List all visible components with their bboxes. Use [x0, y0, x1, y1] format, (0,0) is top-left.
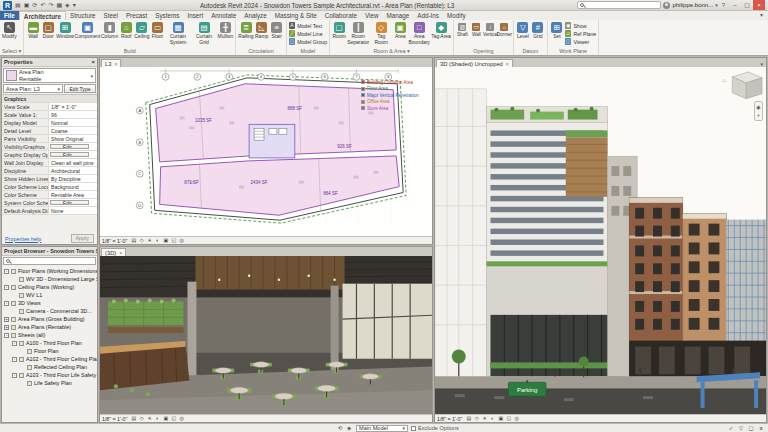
design-options-select[interactable]: Main Model ▾ — [356, 425, 408, 432]
tree-item[interactable]: - A103 - Third Floor Life Safety Plan — [2, 371, 97, 379]
property-row[interactable]: View Scale 1/8" = 1'-0" — [2, 103, 97, 111]
property-row[interactable]: Discipline Architectural — [2, 167, 97, 175]
maximize-button[interactable]: ▢ — [741, 0, 753, 10]
tree-item[interactable]: - 3D Views — [2, 299, 97, 307]
ramp-button[interactable]: ◺Ramp — [255, 21, 269, 40]
curtain-system-button[interactable]: ▦Curtain System — [166, 21, 191, 45]
ribbon-tab[interactable]: Annotate — [207, 11, 240, 20]
steering-wheel-icon[interactable]: ◉ — [756, 103, 760, 111]
ribbon-tab[interactable]: Structure — [66, 11, 100, 20]
shadows-icon[interactable]: ◐ — [489, 415, 496, 422]
instance-selector[interactable]: Area Plan: L3 ▾ — [3, 84, 63, 93]
crop-view-icon[interactable]: ▣ — [162, 237, 169, 244]
ribbon-tab[interactable]: Steel — [100, 11, 122, 20]
tree-item[interactable]: - Floor Plans (Working Dimensions) — [2, 267, 97, 275]
mullion-button[interactable]: ╋Mullion — [218, 21, 234, 40]
ceiling-button[interactable]: ▱Ceiling — [134, 21, 149, 40]
customize-qat-icon[interactable]: ▾ — [72, 1, 77, 10]
property-row[interactable]: Scale Value 1: 96 — [2, 111, 97, 119]
tree-item[interactable]: - A102 - Third Floor Ceiling Plan — [2, 355, 97, 363]
visual-style-icon[interactable]: ◇ — [138, 237, 145, 244]
design-options-icon[interactable]: ◈ — [345, 425, 353, 431]
expand-icon[interactable]: - — [12, 357, 17, 362]
ribbon-tab[interactable]: Massing & Site — [271, 11, 321, 20]
shadows-icon[interactable]: ◐ — [154, 237, 161, 244]
tree-item[interactable]: Life Safety Plan — [2, 379, 97, 387]
wall-opening-button[interactable]: ▭Wall — [470, 21, 483, 37]
shaft-opening-button[interactable]: ▥Shaft — [456, 21, 469, 37]
ribbon-tab[interactable]: Insert — [183, 11, 207, 20]
reveal-hidden-icon[interactable]: ◎ — [178, 415, 185, 422]
reveal-hidden-icon[interactable]: ◎ — [513, 415, 520, 422]
detail-level-icon[interactable]: ▤ — [130, 237, 137, 244]
ribbon-tab[interactable]: Systems — [151, 11, 183, 20]
close-tab-icon[interactable]: × — [119, 250, 122, 256]
ribbon-tab[interactable]: Collaborate — [321, 11, 361, 20]
edit-type-button[interactable]: Edit Type — [64, 84, 96, 93]
property-row[interactable]: Visibility/Graphics ... Edit... — [2, 143, 97, 151]
tree-item[interactable]: + Area Plans (Rentable) — [2, 323, 97, 331]
measure-icon[interactable]: ◈ — [64, 1, 71, 10]
set-work-plane-button[interactable]: ⊞Set — [550, 21, 564, 40]
column-button[interactable]: ▮Column — [101, 21, 118, 40]
property-row[interactable]: Color Scheme Locati... Background — [2, 183, 97, 191]
property-row[interactable]: Detail Level Coarse — [2, 127, 97, 135]
close-tab-icon[interactable]: × — [506, 61, 509, 67]
roof-button[interactable]: ⌂Roof — [119, 21, 133, 40]
expand-icon[interactable]: - — [4, 269, 9, 274]
show-crop-icon[interactable]: ◱ — [170, 237, 177, 244]
redo-icon[interactable]: ↷ — [47, 1, 54, 10]
tree-item[interactable]: WV 3D - Dimensioned Large Scale — [2, 275, 97, 283]
tag-room-button[interactable]: ◇Tag Room — [370, 21, 392, 45]
property-row[interactable]: Parts Visibility Show Original — [2, 135, 97, 143]
view-scale[interactable]: 1/8" = 1'-0" — [102, 238, 127, 244]
area-boundary-button[interactable]: □Area Boundary — [408, 21, 430, 45]
ribbon-tab[interactable]: Modify — [443, 11, 470, 20]
worksets-icon[interactable]: ⟲ — [336, 425, 344, 431]
ribbon-tab[interactable]: Precast — [122, 11, 151, 20]
ref-plane-button[interactable]: ▱Ref Plane — [565, 30, 596, 37]
visual-style-icon[interactable]: ◇ — [138, 415, 145, 422]
exterior-3d-canvas[interactable]: Parking ⌂ ◉ + — [435, 67, 766, 414]
properties-help-link[interactable]: Properties help — [5, 236, 41, 242]
property-row[interactable]: Wall Join Display Clean all wall joins — [2, 159, 97, 167]
ribbon-tab[interactable]: View — [361, 11, 383, 20]
open-icon[interactable]: ▤ — [14, 1, 22, 10]
search-box[interactable] — [577, 1, 661, 9]
ribbon-tab[interactable]: File — [0, 11, 19, 20]
sun-path-icon[interactable]: ☀ — [146, 415, 153, 422]
property-row[interactable]: Show Hidden Lines By Discipline — [2, 175, 97, 183]
selection-filter-icon[interactable]: ▽ — [737, 425, 745, 431]
vertical-opening-button[interactable]: ↕Vertical — [484, 21, 497, 37]
crop-view-icon[interactable]: ▣ — [497, 415, 504, 422]
viewer-button[interactable]: ◫Viewer — [565, 38, 596, 45]
wall-button[interactable]: ▬Wall — [26, 21, 40, 40]
select-underlay-icon[interactable]: ▢ — [747, 425, 755, 431]
show-crop-icon[interactable]: ◱ — [170, 415, 177, 422]
component-button[interactable]: ▣Component — [75, 21, 100, 40]
level-button[interactable]: ▽Level — [516, 21, 530, 40]
sync-icon[interactable]: ⟳ — [31, 1, 38, 10]
floor-button[interactable]: ▭Floor — [151, 21, 165, 40]
editable-only-icon[interactable]: ✓ — [727, 425, 735, 431]
ribbon-tab[interactable]: Manage — [383, 11, 414, 20]
expand-icon[interactable]: - — [4, 285, 9, 290]
expand-icon[interactable]: - — [4, 333, 9, 338]
tree-item[interactable]: - Ceiling Plans (Working) — [2, 283, 97, 291]
background-processes-icon[interactable]: ≡ — [757, 425, 765, 431]
user-account[interactable]: philippe.bonn... ▾ — [663, 2, 717, 9]
revit-logo[interactable]: R — [3, 1, 12, 10]
tree-item[interactable]: Camera - Commercial 3D... — [2, 307, 97, 315]
property-row[interactable]: Graphic Display Opti... Edit... — [2, 151, 97, 159]
tag-area-button[interactable]: ◆Tag Area — [431, 21, 451, 40]
sun-path-icon[interactable]: ☀ — [146, 237, 153, 244]
tree-item[interactable]: Reflected Ceiling Plan — [2, 363, 97, 371]
window-button[interactable]: ⊞Window — [56, 21, 74, 40]
door-button[interactable]: ▢Door — [41, 21, 55, 40]
property-row[interactable]: System Color Schem... Edit... — [2, 199, 97, 207]
print-icon[interactable]: ▦ — [55, 1, 63, 10]
expand-icon[interactable]: - — [4, 301, 9, 306]
property-row[interactable]: Default Analysis Dis... None — [2, 207, 97, 215]
tree-item[interactable]: Floor Plan — [2, 347, 97, 355]
shadows-icon[interactable]: ◐ — [154, 415, 161, 422]
